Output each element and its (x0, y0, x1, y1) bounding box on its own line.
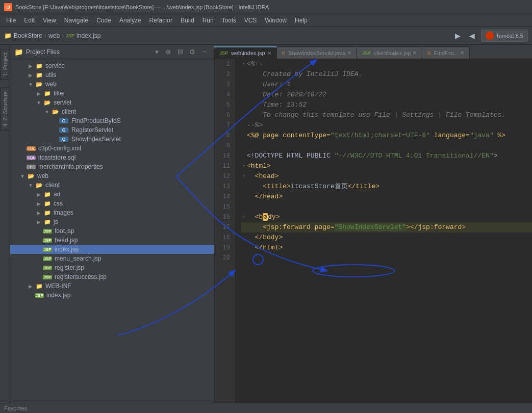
ln-12: 12 (214, 171, 230, 182)
fold-1[interactable]: ▾ (241, 59, 247, 69)
tab-java-icon-2: C (282, 50, 286, 56)
tab-close-4[interactable]: ✕ (460, 50, 464, 56)
menu-item-refactor[interactable]: Refactor (145, 16, 176, 25)
tree-item-ad[interactable]: ▶ 📁 ad (10, 190, 214, 199)
menu-item-code[interactable]: Code (92, 16, 115, 25)
tab-close-2[interactable]: ✕ (347, 50, 351, 56)
ln-7: 7 (214, 120, 230, 131)
tab-label-1: web\index.jsp (231, 50, 265, 56)
code-8-text: <%@ page contentType="text/html;charset=… (247, 131, 505, 141)
code-line-9 (241, 141, 532, 151)
ln-4: 4 (214, 90, 230, 100)
menu-item-tools[interactable]: Tools (218, 16, 240, 25)
tree-item-register[interactable]: C RegisterServlet (10, 125, 214, 135)
project-tree: ▶ 📁 service ▶ 📁 utils ▼ 📂 web ▶ (10, 59, 214, 413)
toolbar-back-btn[interactable]: ◀ (466, 30, 478, 42)
tree-item-registersuccess-jsp[interactable]: JSP registersuccess.jsp (10, 272, 214, 281)
folder-filter-icon: 📁 (43, 90, 52, 97)
project-header: 📁 Project Files ▼ ⊕ ⊟ ⚙ − (10, 45, 214, 59)
tab-java-icon-4: C (427, 50, 431, 56)
folder-web-1-icon: 📂 (35, 81, 44, 88)
menu-item-analyze[interactable]: Analyze (115, 16, 145, 25)
fold-12[interactable]: ▾ (241, 171, 247, 182)
folder-images-icon: 📁 (43, 210, 52, 216)
side-tab-structure[interactable]: 4: Z: Structure (0, 88, 10, 131)
tree-item-head-jsp[interactable]: JSP head.jsp (10, 236, 214, 245)
jsp-registersuccess-icon: JSP (43, 275, 52, 279)
menu-item-edit[interactable]: Edit (20, 16, 39, 25)
folder-webinf-icon: 📁 (35, 283, 44, 290)
tab-close-3[interactable]: ✕ (413, 50, 417, 56)
menu-item-view[interactable]: View (39, 16, 60, 25)
tree-item-findproduct[interactable]: C FindProductByIdS (10, 116, 214, 125)
tree-item-web-1[interactable]: ▼ 📂 web (10, 80, 214, 89)
code-2-text: Created by IntelliJ IDEA. (247, 69, 362, 80)
item-name-web-1: web (45, 81, 57, 88)
tree-item-webinf[interactable]: ▶ 📁 WEB-INF (10, 281, 214, 291)
code-line-17: <jsp:forward page="ShowIndexServlet"></j… (241, 222, 532, 233)
tree-item-js[interactable]: ▶ 📁 js (10, 217, 214, 226)
menu-item-run[interactable]: Run (198, 16, 218, 25)
tab-label-4: FindPro... (434, 50, 459, 56)
code-7-text: --%> (247, 120, 263, 131)
tree-item-register-jsp[interactable]: JSP register.jsp (10, 263, 214, 272)
project-panel: 📁 Project Files ▼ ⊕ ⊟ ⚙ − ▶ 📁 service ▶ (10, 45, 214, 413)
item-name-findproduct: FindProductByIdS (71, 117, 121, 124)
code-content[interactable]: ▾ <%-- Created by IntelliJ IDEA. User: 1 (235, 59, 532, 413)
tree-item-merchant[interactable]: P merchantInfo.properties (10, 162, 214, 171)
code-18-text: </body> (247, 233, 283, 243)
tab-client-index-jsp[interactable]: JSP client\index.jsp ✕ (357, 46, 422, 59)
tab-findpro[interactable]: C FindPro... ✕ (422, 46, 470, 59)
tab-showindexservlet[interactable]: C ShowIndexServlet.java ✕ (277, 46, 357, 59)
tree-item-service[interactable]: ▶ 📁 service (10, 61, 214, 70)
tomcat-button[interactable]: Tomcat 8.5 (481, 30, 528, 42)
tree-item-client[interactable]: ▼ 📂 client (10, 107, 214, 116)
folder-ad-icon: 📁 (43, 191, 52, 198)
dropdown-arrow-icon[interactable]: ▼ (154, 49, 160, 55)
tree-item-web-2[interactable]: ▼ 📂 web (10, 171, 214, 180)
tomcat-icon (486, 32, 494, 40)
settings-icon[interactable]: ⚙ (187, 47, 197, 57)
item-name-filter: filter (54, 90, 65, 97)
code-12-text: <head> (247, 171, 278, 182)
menu-item-file[interactable]: File (2, 16, 20, 25)
collapse-icon[interactable]: ⊟ (175, 47, 185, 57)
jsp-foot-icon: JSP (43, 229, 52, 234)
menu-item-vcs[interactable]: VCS (240, 16, 261, 25)
minimize-icon[interactable]: − (199, 47, 210, 57)
toolbar-build-btn[interactable]: ▶ (451, 30, 464, 42)
arrow-service: ▶ (27, 63, 35, 69)
tree-item-sql[interactable]: SQL itcaststore.sql (10, 153, 214, 162)
menu-item-navigate[interactable]: Navigate (60, 16, 92, 25)
tree-item-rootindex-jsp[interactable]: JSP index.jsp (10, 291, 214, 300)
tab-close-1[interactable]: ✕ (267, 50, 271, 56)
tab-web-index-jsp[interactable]: JSP web\index.jsp ✕ (214, 46, 277, 59)
fold-11[interactable]: ▾ (241, 161, 247, 171)
tree-item-filter[interactable]: ▶ 📁 filter (10, 89, 214, 98)
item-name-utils: utils (45, 71, 56, 79)
folder-js-icon: 📁 (43, 219, 52, 225)
menu-item-window[interactable]: Window (261, 16, 291, 25)
tree-item-images[interactable]: ▶ 📁 images (10, 208, 214, 217)
tree-item-menusearch-jsp[interactable]: JSP menu_search.jsp (10, 254, 214, 263)
item-name-head-jsp: head.jsp (55, 237, 78, 244)
arrow-ad: ▶ (35, 192, 43, 197)
tree-item-c3p0[interactable]: XML c3p0-config.xml (10, 144, 214, 153)
tab-jsp-icon-1: JSP (219, 50, 228, 56)
tree-item-css[interactable]: ▶ 📁 css (10, 199, 214, 208)
editor-tabs: JSP web\index.jsp ✕ C ShowIndexServlet.j… (214, 45, 532, 59)
code-13-text: <title>itcastStore首页</title> (247, 182, 379, 192)
tree-item-foot-jsp[interactable]: JSP foot.jsp (10, 226, 214, 236)
fold-16[interactable]: ▾ (241, 212, 247, 222)
menu-item-help[interactable]: Help (291, 16, 312, 25)
menu-item-build[interactable]: Build (176, 16, 198, 25)
tree-item-index-jsp[interactable]: JSP index.jsp (10, 245, 214, 254)
side-tab-project[interactable]: 1: Project (0, 49, 10, 80)
tree-item-client-2[interactable]: ▼ 📂 client (10, 180, 214, 190)
tree-item-showindex[interactable]: C ShowIndexServlet (10, 135, 214, 144)
ln-11: 11 (214, 161, 230, 171)
tree-item-servlet[interactable]: ▼ 📂 servlet (10, 98, 214, 107)
add-icon[interactable]: ⊕ (163, 47, 173, 57)
line-numbers: 1 2 3 4 5 6 7 8 9 10 11 12 13 14 15 16 1… (214, 59, 235, 413)
tree-item-utils[interactable]: ▶ 📁 utils (10, 70, 214, 80)
